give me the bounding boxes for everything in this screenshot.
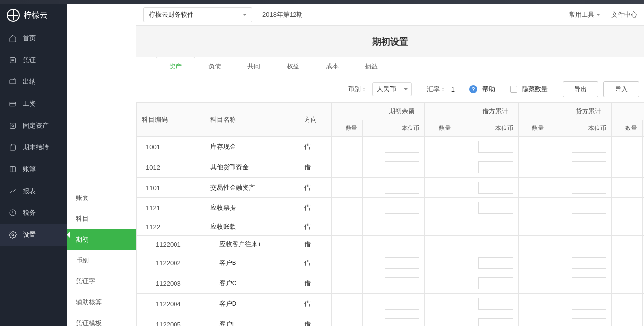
amount-input[interactable] (385, 298, 419, 310)
tab[interactable]: 成本 (312, 57, 352, 76)
amount-input[interactable] (478, 182, 513, 194)
file-center-link[interactable]: 文件中心 (611, 10, 637, 19)
tab[interactable]: 负债 (195, 57, 234, 76)
cell-base (456, 236, 518, 253)
cell-base (643, 198, 644, 218)
common-tools-link[interactable]: 常用工具 (569, 10, 600, 19)
nav-item-close[interactable]: 期末结转 (0, 136, 67, 158)
amount-input[interactable] (572, 182, 606, 194)
amount-input[interactable] (478, 257, 513, 269)
table-row: 1012其他货币资金借 (137, 157, 644, 178)
cell-qty (332, 236, 362, 253)
cell-base (549, 137, 611, 157)
nav-label: 账簿 (23, 165, 36, 174)
cell-base (456, 218, 518, 236)
amount-input[interactable] (385, 141, 419, 153)
svg-point-15 (12, 234, 14, 236)
amount-input[interactable] (572, 202, 606, 214)
submenu-item[interactable]: 币别 (67, 250, 136, 271)
amount-input[interactable] (478, 277, 513, 289)
submenu-item[interactable]: 凭证模板 (67, 313, 136, 326)
cell-name: 客户E (205, 314, 299, 326)
cell-direction: 借 (299, 137, 332, 157)
cell-qty (611, 236, 642, 253)
amount-input[interactable] (478, 141, 513, 153)
import-button[interactable]: 导入 (603, 81, 639, 97)
cell-qty (332, 198, 362, 218)
submenu-item[interactable]: 科目 (67, 208, 136, 229)
currency-select[interactable]: 人民币 (372, 82, 412, 96)
cell-base (643, 157, 644, 178)
nav-item-report[interactable]: 报表 (0, 180, 67, 202)
submenu-item[interactable]: 辅助核算 (67, 292, 136, 313)
amount-input[interactable] (385, 257, 419, 269)
amount-input[interactable] (478, 202, 513, 214)
cell-base (643, 314, 644, 326)
help-label: 帮助 (482, 85, 495, 94)
amount-input[interactable] (385, 318, 419, 326)
sidebar: 柠檬云 首页凭证出纳工资固定资产期末结转账簿报表税务设置 (0, 4, 67, 326)
table-row: 1122003客户C借 (137, 273, 644, 294)
main: 柠檬云财务软件 2018年第12期 常用工具 文件中心 期初设置 资产负债共同权… (136, 4, 644, 326)
amount-input[interactable] (385, 182, 419, 194)
nav-item-cash[interactable]: 出纳 (0, 71, 67, 93)
svg-point-7 (12, 125, 14, 127)
cell-direction: 借 (299, 218, 332, 236)
cell-name: 客户B (205, 253, 299, 273)
nav-item-salary[interactable]: 工资 (0, 93, 67, 115)
amount-input[interactable] (572, 257, 606, 269)
amount-input[interactable] (572, 141, 606, 153)
nav-item-voucher[interactable]: 凭证 (0, 49, 67, 71)
submenu-item[interactable]: 账套 (67, 188, 136, 208)
cell-base (456, 137, 518, 157)
cell-qty (425, 253, 456, 273)
amount-input[interactable] (385, 277, 419, 289)
cell-base (456, 157, 518, 178)
company-select[interactable]: 柠檬云财务软件 (143, 7, 252, 22)
cell-qty (332, 273, 362, 294)
nav-item-tax[interactable]: 税务 (0, 202, 67, 224)
amount-input[interactable] (478, 318, 513, 326)
table-row: 1122004客户D借 (137, 294, 644, 314)
amount-input[interactable] (572, 277, 606, 289)
nav-item-book[interactable]: 账簿 (0, 158, 67, 180)
amount-input[interactable] (572, 318, 606, 326)
amount-input[interactable] (478, 298, 513, 310)
tab[interactable]: 资产 (156, 57, 195, 76)
tab[interactable]: 权益 (273, 57, 313, 76)
amount-input[interactable] (385, 202, 419, 214)
hide-qty-checkbox[interactable] (510, 86, 517, 93)
export-button[interactable]: 导出 (563, 81, 598, 97)
cell-qty (425, 198, 456, 218)
chevron-down-icon (596, 14, 600, 18)
tab[interactable]: 共同 (234, 57, 274, 76)
nav-label: 工资 (23, 99, 36, 108)
cell-qty (332, 218, 362, 236)
cell-qty (425, 178, 456, 198)
cell-qty (518, 294, 549, 314)
amount-input[interactable] (572, 298, 606, 310)
nav-item-home[interactable]: 首页 (0, 27, 67, 49)
nav-label: 首页 (23, 34, 36, 43)
nav-item-settings[interactable]: 设置 (0, 224, 67, 246)
help-icon[interactable]: ? (469, 85, 477, 93)
chevron-down-icon (243, 14, 247, 18)
submenu-item[interactable]: 期初 (67, 229, 136, 250)
cell-base (643, 273, 644, 294)
cell-qty (425, 236, 456, 253)
cell-qty (425, 137, 456, 157)
amount-input[interactable] (478, 161, 513, 173)
amount-input[interactable] (572, 161, 606, 173)
cell-base (643, 236, 644, 253)
submenu-item[interactable]: 凭证字 (67, 271, 136, 292)
nav-item-asset[interactable]: 固定资产 (0, 115, 67, 136)
cell-qty (332, 253, 362, 273)
col-debit-acc: 借方累计 (425, 103, 518, 120)
svg-rect-0 (10, 58, 16, 63)
cell-qty (611, 178, 642, 198)
tab[interactable]: 损益 (351, 57, 391, 76)
amount-input[interactable] (385, 161, 419, 173)
cell-code: 1121 (137, 198, 205, 218)
nav-label: 设置 (23, 230, 36, 239)
cell-base (549, 253, 611, 273)
